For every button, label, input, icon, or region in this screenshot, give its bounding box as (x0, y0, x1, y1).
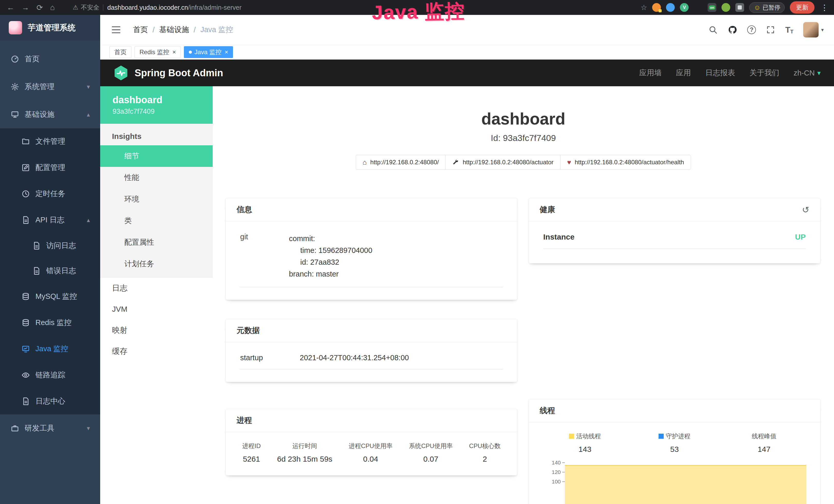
link-actuator-url[interactable]: http://192.168.0.2:48080/actuator (445, 155, 561, 170)
instance-menu-performance[interactable]: 性能 (100, 167, 213, 188)
link-service-url[interactable]: ⌂ http://192.168.0.2:48080/ (356, 155, 446, 170)
sidebar-item-config-management[interactable]: 配置管理 (0, 155, 100, 181)
home-icon[interactable]: ⌂ (50, 3, 55, 12)
instance-menu-mappings[interactable]: 映射 (100, 320, 213, 341)
health-card-body: Instance UP (529, 221, 820, 263)
git-branch-line: branch: master (289, 268, 503, 280)
help-icon[interactable]: ? (747, 25, 756, 34)
sidebar-item-error-logs[interactable]: 错误日志 (0, 258, 100, 283)
sba-nav-about[interactable]: 关于我们 (749, 68, 779, 78)
cards-column-right: 健康 ↺ Instance UP (529, 198, 820, 504)
sidebar-item-dev-tools[interactable]: 研发工具 ▾ (0, 414, 100, 442)
process-card: 进程 进程ID 5261 运行时间 6d 23h 15m 59s (225, 409, 517, 476)
sba-brand[interactable]: Spring Boot Admin (113, 66, 223, 81)
instance-menu-environment[interactable]: 环境 (100, 188, 213, 210)
instance-menu-details[interactable]: 细节 (100, 145, 213, 167)
sidebar-item-label: Redis 监控 (36, 318, 71, 328)
sidebar-item-label: 链路追踪 (36, 370, 65, 380)
sidebar-item-infrastructure[interactable]: 基础设施 ▴ (0, 101, 100, 129)
font-size-icon[interactable]: TT (785, 25, 793, 35)
screen: ← → ⟳ ⌂ ⚠ 不安全 dashboard.yudao.iocoder.cn… (0, 0, 834, 504)
instance-menu-classes[interactable]: 类 (100, 210, 213, 232)
app-logo-block[interactable]: 芋道管理系统 (0, 15, 100, 41)
cards-grid: 信息 git commit: time: 1596289704000 id: 2… (213, 198, 834, 504)
close-icon[interactable]: × (224, 48, 228, 56)
sidebar-item-label: MySQL 监控 (36, 292, 77, 302)
instance-menu-jvm[interactable]: JVM (100, 299, 213, 320)
extension-icon-orange[interactable] (652, 3, 661, 12)
tag-home[interactable]: 首页 (109, 46, 132, 58)
sidebar-item-tracing[interactable]: 链路追踪 (0, 362, 100, 388)
info-key: git (240, 233, 289, 280)
extension-icon-on[interactable]: on (708, 3, 716, 12)
browser-menu-icon[interactable]: ⋮ (820, 3, 828, 12)
clock-icon (22, 190, 30, 198)
instance-menu-config-props[interactable]: 配置属性 (100, 232, 213, 253)
sidebar-item-home[interactable]: 首页 (0, 45, 100, 73)
sidebar-item-system-management[interactable]: 系统管理 ▾ (0, 73, 100, 101)
link-health-url[interactable]: ♥ http://192.168.0.2:48080/actuator/heal… (560, 155, 691, 170)
sidebar-item-redis-monitor[interactable]: Redis 监控 (0, 310, 100, 336)
sidebar-item-scheduled-tasks[interactable]: 定时任务 (0, 181, 100, 207)
extension-icon-drop[interactable] (666, 3, 675, 12)
tag-redis-monitor[interactable]: Redis 监控 × (135, 46, 181, 58)
app-title: 芋道管理系统 (28, 22, 75, 33)
github-icon[interactable] (728, 25, 738, 35)
fullscreen-icon[interactable] (766, 25, 775, 35)
forward-icon[interactable]: → (22, 3, 29, 12)
locale-selector[interactable]: zh-CN ▾ (794, 69, 821, 77)
health-row-label: Instance (543, 233, 575, 241)
extension-icon-leaf[interactable] (722, 3, 730, 12)
sidebar-item-access-logs[interactable]: 访问日志 (0, 233, 100, 258)
metric-value: 6d 23h 15m 59s (277, 455, 332, 463)
close-icon[interactable]: × (172, 48, 176, 56)
sidebar-item-file-management[interactable]: 文件管理 (0, 129, 100, 155)
tags-bar: 首页 Redis 监控 × Java 监控 × (100, 45, 834, 60)
tag-java-monitor[interactable]: Java 监控 × (184, 46, 233, 58)
process-card-body: 进程ID 5261 运行时间 6d 23h 15m 59s 进程CPU使用率 0… (226, 432, 517, 475)
metric-label: 进程CPU使用率 (349, 442, 393, 450)
search-icon[interactable] (708, 25, 718, 35)
axis-tick: 140 (552, 460, 561, 466)
breadcrumb-home[interactable]: 首页 (133, 25, 148, 35)
sidebar-item-label: 研发工具 (25, 423, 54, 433)
sidebar-item-java-monitor[interactable]: Java 监控 (0, 336, 100, 362)
metric-value: 0.04 (349, 455, 393, 463)
instance-menu-caches[interactable]: 缓存 (100, 341, 213, 362)
metadata-card-body: startup 2021-04-27T00:44:31.254+08:00 (226, 342, 517, 382)
on-badge: on (709, 5, 716, 10)
sba-nav-journal[interactable]: 日志报表 (705, 68, 735, 78)
hamburger-icon[interactable] (111, 25, 121, 35)
breadcrumb-infrastructure[interactable]: 基础设施 (159, 25, 189, 35)
active-dot (189, 51, 192, 54)
database-icon (22, 293, 30, 301)
card-title: 进程 (237, 415, 252, 426)
chevron-up-icon: ▴ (87, 111, 90, 118)
sidebar-item-api-logs[interactable]: API 日志 ▴ (0, 207, 100, 233)
info-row-git: git commit: time: 1596289704000 id: 27aa… (240, 233, 503, 287)
chrome-update-button[interactable]: 更新 (790, 1, 814, 14)
folder-icon (22, 137, 30, 145)
sidebar-item-log-center[interactable]: 日志中心 (0, 388, 100, 414)
sidebar-item-mysql-monitor[interactable]: MySQL 监控 (0, 283, 100, 310)
sba-nav-wallboard[interactable]: 应用墙 (639, 68, 662, 78)
refresh-icon[interactable]: ⟳ (37, 3, 43, 12)
profile-paused-badge[interactable]: ☺ 已暂停 (749, 2, 785, 13)
metric-uptime: 运行时间 6d 23h 15m 59s (277, 442, 332, 463)
vue-devtools-icon[interactable]: V (680, 3, 688, 12)
metadata-card: 元数据 startup 2021-04-27T00:44:31.254+08:0… (225, 319, 517, 382)
extensions-puzzle-icon[interactable] (736, 3, 744, 12)
instance-header[interactable]: dashboard 93a3fc7f7409 (100, 86, 213, 124)
metadata-key: startup (240, 353, 300, 362)
sba-nav-applications[interactable]: 应用 (676, 68, 691, 78)
history-icon[interactable]: ↺ (802, 205, 810, 215)
address-divider (103, 4, 103, 10)
instance-menu-logs[interactable]: 日志 (100, 278, 213, 299)
back-icon[interactable]: ← (7, 3, 14, 12)
instance-menu-scheduled-tasks[interactable]: 计划任务 (100, 253, 213, 275)
bookmark-star-icon[interactable]: ☆ (641, 3, 647, 12)
user-menu[interactable]: ▾ (803, 22, 824, 38)
address-bar[interactable]: ⚠ 不安全 dashboard.yudao.iocoder.cn/infra/a… (67, 2, 630, 13)
extension-icon-grid[interactable] (694, 3, 702, 12)
metric-process-cpu: 进程CPU使用率 0.04 (349, 442, 393, 463)
